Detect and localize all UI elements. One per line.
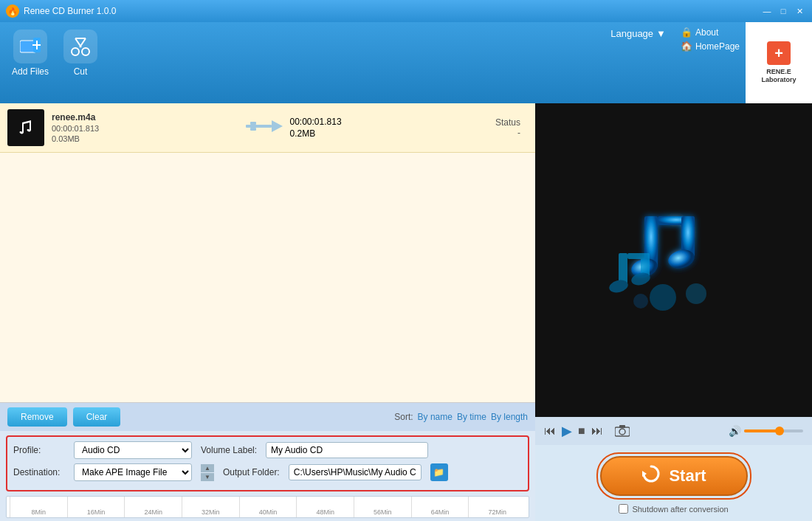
sort-by-time[interactable]: By time xyxy=(457,412,486,422)
timeline-marks: 8Min 16Min 24Min 32Min 40Min 48Min 56Min… xyxy=(7,497,529,517)
music-preview-icon xyxy=(600,194,748,327)
play-button[interactable]: ▶ xyxy=(562,423,572,439)
start-label: Start xyxy=(669,466,706,486)
timeline-mark-40: 40Min xyxy=(239,497,297,517)
profile-select[interactable]: Audio CD xyxy=(74,441,192,459)
preview-area xyxy=(535,103,812,417)
lock-icon: 🔒 xyxy=(681,27,692,38)
logo-icon: + xyxy=(767,41,791,65)
profile-label: Profile: xyxy=(13,445,65,455)
title-bar: 🔥 Renee CD Burner 1.0.0 — □ ✕ xyxy=(0,0,812,22)
camera-button[interactable] xyxy=(615,425,630,437)
left-panel: renee.m4a 00:00:01.813 0.03MB 00:00:01.8… xyxy=(0,103,535,521)
volume-fill xyxy=(744,429,780,432)
file-size-out: 0.2MB xyxy=(290,128,477,139)
clear-button[interactable]: Clear xyxy=(73,407,121,427)
file-status: Status - xyxy=(484,117,528,138)
destination-row: Destination: Make APE Image File ▲ ▼ Out… xyxy=(13,463,522,481)
about-button[interactable]: 🔒 About xyxy=(681,27,740,38)
file-size-in: 0.03MB xyxy=(52,134,238,143)
language-button[interactable]: Language ▼ xyxy=(602,22,675,45)
timeline-mark-48: 48Min xyxy=(296,497,354,517)
sort-by-length[interactable]: By length xyxy=(491,412,528,422)
language-dropdown-icon: ▼ xyxy=(656,28,666,39)
svg-point-26 xyxy=(633,294,648,308)
browse-folder-button[interactable]: 📁 xyxy=(430,463,448,481)
destination-label: Destination: xyxy=(13,467,65,477)
about-homepage-area: 🔒 About 🏠 HomePage xyxy=(675,22,746,56)
language-label: Language xyxy=(610,28,653,39)
svg-point-28 xyxy=(619,429,625,435)
timeline-mark-56: 56Min xyxy=(354,497,411,517)
remove-button[interactable]: Remove xyxy=(7,407,67,427)
start-button[interactable]: Start xyxy=(600,456,748,496)
toolbar-left: Add Files Cut xyxy=(0,22,109,84)
volume-control: 🔊 xyxy=(729,425,803,437)
add-files-button[interactable]: Add Files xyxy=(12,30,49,77)
file-duration-out: 00:00:01.813 xyxy=(290,117,477,127)
svg-point-24 xyxy=(650,284,676,311)
logo-text: RENE.ELaboratory xyxy=(761,68,796,84)
volume-thumb[interactable] xyxy=(775,427,784,435)
add-files-label: Add Files xyxy=(12,66,49,77)
volume-slider[interactable] xyxy=(744,429,803,432)
close-button[interactable]: ✕ xyxy=(793,4,806,18)
up-button[interactable]: ▲ xyxy=(201,464,214,472)
homepage-button[interactable]: 🏠 HomePage xyxy=(681,41,740,52)
file-duration-in: 00:00:01.813 xyxy=(52,124,238,133)
volume-label: Volume Label: xyxy=(201,445,257,455)
svg-point-5 xyxy=(82,48,89,55)
timeline-mark-72: 72Min xyxy=(468,497,526,517)
timeline: 8Min 16Min 24Min 32Min 40Min 48Min 56Min… xyxy=(6,496,529,518)
start-icon xyxy=(641,463,661,489)
bottom-controls: Remove Clear Sort: By name By time By le… xyxy=(0,403,535,431)
add-files-icon xyxy=(13,30,47,63)
shutdown-row: Shutdown after conversion xyxy=(619,504,728,514)
skip-back-button[interactable]: ⏮ xyxy=(544,424,556,438)
timeline-mark-16: 16Min xyxy=(67,497,125,517)
svg-line-7 xyxy=(80,38,86,47)
file-name: renee.m4a xyxy=(52,112,238,123)
start-button-wrapper: Start xyxy=(596,452,751,500)
output-folder-label: Output Folder: xyxy=(223,467,280,477)
shutdown-checkbox[interactable] xyxy=(619,504,628,514)
minimize-button[interactable]: — xyxy=(760,4,774,18)
homepage-label: HomePage xyxy=(695,41,740,52)
file-list: renee.m4a 00:00:01.813 0.03MB 00:00:01.8… xyxy=(0,103,535,403)
player-controls: ⏮ ▶ ■ ⏭ 🔊 xyxy=(535,417,812,445)
cut-icon xyxy=(63,30,97,63)
svg-rect-9 xyxy=(246,125,272,128)
sort-label: Sort: xyxy=(394,412,413,422)
svg-rect-29 xyxy=(619,425,625,428)
maximize-button[interactable]: □ xyxy=(777,4,790,18)
profile-row: Profile: Audio CD Volume Label: xyxy=(13,441,522,459)
table-row[interactable]: renee.m4a 00:00:01.813 0.03MB 00:00:01.8… xyxy=(0,103,535,153)
sort-area: Sort: By name By time By length xyxy=(394,412,528,422)
output-folder-input[interactable] xyxy=(289,464,422,480)
sort-by-name[interactable]: By name xyxy=(418,412,453,422)
start-area: Start Shutdown after conversion xyxy=(535,445,812,521)
about-label: About xyxy=(695,27,718,38)
right-panel: ⏮ ▶ ■ ⏭ 🔊 xyxy=(535,103,812,521)
skip-forward-button[interactable]: ⏭ xyxy=(591,424,603,438)
main-area: renee.m4a 00:00:01.813 0.03MB 00:00:01.8… xyxy=(0,103,812,521)
file-output: 00:00:01.813 0.2MB xyxy=(290,117,477,139)
toolbar: Add Files Cut Language ▼ 🔒 About xyxy=(0,22,812,103)
topbar-right: Language ▼ 🔒 About 🏠 HomePage + RENE.ELa… xyxy=(602,22,812,103)
svg-marker-12 xyxy=(272,120,283,132)
destination-select[interactable]: Make APE Image File xyxy=(74,463,192,481)
svg-point-4 xyxy=(72,48,79,55)
app-title: Renee CD Burner 1.0.0 xyxy=(24,6,760,16)
down-button[interactable]: ▼ xyxy=(201,473,214,481)
cut-button[interactable]: Cut xyxy=(63,30,97,77)
shutdown-label: Shutdown after conversion xyxy=(632,505,728,514)
timeline-mark-8: 8Min xyxy=(10,497,67,517)
stop-button[interactable]: ■ xyxy=(578,424,585,438)
file-info: renee.m4a 00:00:01.813 0.03MB xyxy=(52,112,238,143)
volume-input[interactable] xyxy=(266,442,428,458)
file-thumbnail xyxy=(7,109,44,146)
svg-rect-10 xyxy=(250,122,256,125)
arrow-icon xyxy=(246,119,283,137)
logo-area: + RENE.ELaboratory xyxy=(746,22,812,103)
volume-icon: 🔊 xyxy=(729,425,741,437)
